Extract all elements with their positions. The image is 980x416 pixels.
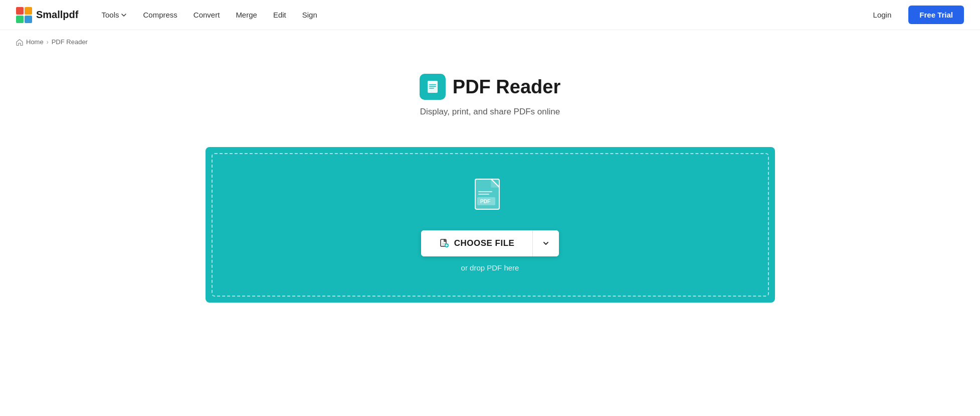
svg-text:PDF: PDF — [480, 199, 490, 204]
drop-hint: or drop PDF here — [461, 263, 519, 272]
nav-merge[interactable]: Merge — [229, 7, 264, 23]
logo-text: Smallpdf — [36, 9, 78, 21]
nav-merge-label: Merge — [236, 11, 257, 19]
svg-rect-2 — [16, 16, 24, 23]
nav-edit-label: Edit — [273, 11, 286, 19]
login-button[interactable]: Login — [864, 7, 901, 23]
file-upload-icon — [439, 238, 449, 248]
choose-file-row: CHOOSE FILE — [421, 230, 559, 256]
nav-convert-label: Convert — [193, 11, 220, 19]
svg-rect-5 — [429, 84, 436, 85]
svg-rect-0 — [16, 7, 24, 15]
nav-compress-label: Compress — [143, 11, 177, 19]
svg-rect-1 — [25, 7, 32, 15]
breadcrumb: Home › PDF Reader — [0, 30, 980, 54]
navbar: Smallpdf Tools Compress Convert Merge Ed… — [0, 0, 980, 30]
svg-rect-6 — [429, 86, 436, 87]
nav-edit[interactable]: Edit — [266, 7, 293, 23]
upload-section: PDF CHOOSE FILE — [189, 147, 791, 303]
upload-box[interactable]: PDF CHOOSE FILE — [206, 147, 775, 303]
svg-rect-3 — [25, 16, 32, 23]
svg-rect-14 — [478, 194, 489, 195]
choose-file-button[interactable]: CHOOSE FILE — [421, 230, 533, 256]
free-trial-button[interactable]: Free Trial — [908, 6, 964, 24]
nav-tools[interactable]: Tools — [94, 7, 134, 23]
svg-rect-8 — [428, 81, 438, 83]
breadcrumb-current: PDF Reader — [52, 38, 88, 46]
smallpdf-logo-icon — [16, 7, 32, 23]
nav-sign-label: Sign — [302, 11, 317, 19]
nav-right: Login Free Trial — [864, 6, 964, 24]
breadcrumb-home[interactable]: Home — [26, 38, 44, 46]
logo-link[interactable]: Smallpdf — [16, 7, 78, 23]
nav-links: Tools Compress Convert Merge Edit Sign — [94, 7, 864, 23]
hero-icon-box — [420, 74, 446, 100]
hero-title: PDF Reader — [453, 76, 560, 98]
nav-tools-label: Tools — [101, 11, 119, 19]
chevron-down-icon — [121, 12, 127, 18]
home-icon — [16, 39, 23, 46]
svg-rect-13 — [478, 191, 492, 192]
svg-rect-7 — [429, 88, 434, 89]
pdf-file-icon: PDF — [473, 178, 507, 218]
choose-file-label: CHOOSE FILE — [454, 238, 515, 248]
hero-subtitle: Display, print, and share PDFs online — [420, 107, 560, 117]
pdf-reader-icon — [425, 79, 440, 94]
nav-compress[interactable]: Compress — [136, 7, 184, 23]
breadcrumb-separator: › — [47, 39, 49, 46]
choose-file-dropdown-button[interactable] — [532, 230, 559, 256]
upload-drop-zone[interactable]: PDF CHOOSE FILE — [212, 153, 769, 297]
hero-section: PDF Reader Display, print, and share PDF… — [0, 54, 980, 127]
nav-convert[interactable]: Convert — [186, 7, 227, 23]
hero-title-row: PDF Reader — [420, 74, 560, 100]
chevron-down-icon — [542, 239, 550, 247]
nav-sign[interactable]: Sign — [295, 7, 324, 23]
